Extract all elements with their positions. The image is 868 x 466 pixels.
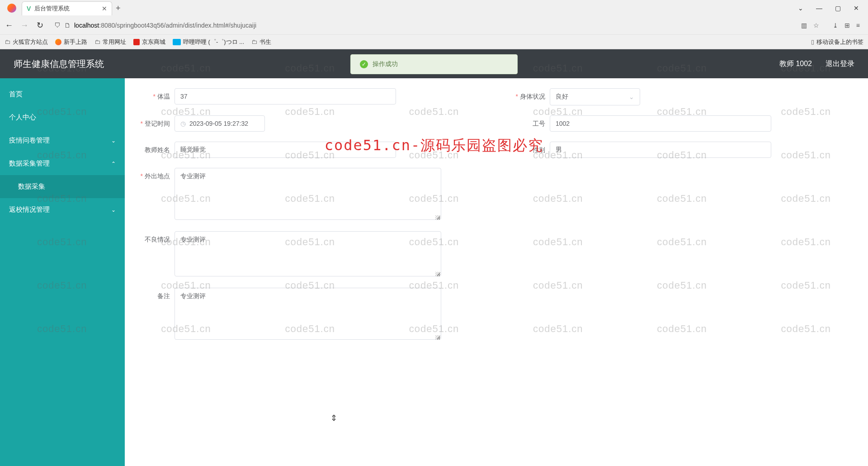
empno-input[interactable] — [550, 115, 771, 132]
reader-icon[interactable]: ▥ — [801, 22, 807, 29]
firefox-logo-icon — [7, 4, 16, 13]
cursor-icon: ⇕ — [330, 413, 337, 423]
bookmark-item[interactable]: 京东商城 — [133, 38, 165, 46]
chevron-down-icon[interactable]: ⌄ — [798, 5, 803, 12]
logout-link[interactable]: 退出登录 — [826, 59, 854, 69]
label-teacher-name: 教师姓名 — [134, 142, 175, 154]
temperature-input[interactable] — [175, 88, 396, 105]
firefox-icon — [55, 39, 61, 45]
tab-bar: V 后台管理系统 ✕ + ⌄ — ▢ ✕ — [0, 0, 868, 16]
download-icon[interactable]: ⤓ — [833, 22, 838, 29]
clock-icon: ◷ — [180, 120, 186, 127]
mobile-icon: ▯ — [811, 38, 814, 45]
toolbar-extensions: ⤓ ⊞ ≡ — [828, 22, 864, 29]
bookmark-item[interactable]: 🗀常用网址 — [94, 38, 126, 46]
toast-text: 操作成功 — [373, 60, 398, 68]
bookmark-mobile[interactable]: ▯移动设备上的书签 — [811, 38, 863, 46]
bookmark-item[interactable]: 新手上路 — [55, 38, 87, 46]
minimize-icon[interactable]: — — [816, 5, 822, 12]
label-regtime: 登记时间 — [134, 115, 175, 128]
chevron-up-icon: ⌃ — [111, 161, 116, 167]
success-toast: ✓ 操作成功 — [350, 54, 518, 74]
label-bad: 不良情况 — [134, 231, 175, 244]
label-remark: 备注 — [134, 288, 175, 300]
label-outplace: 外出地点 — [134, 168, 175, 181]
window-controls: ⌄ — ▢ ✕ — [798, 5, 864, 12]
browser-chrome: V 后台管理系统 ✕ + ⌄ — ▢ ✕ ← → ↻ ⛉ 🗋 localhost… — [0, 0, 868, 49]
back-button[interactable]: ← — [4, 21, 14, 30]
outplace-textarea[interactable] — [175, 168, 441, 220]
new-tab-button[interactable]: + — [116, 4, 121, 13]
label-temperature: 体温 — [134, 88, 175, 101]
menu-icon[interactable]: ≡ — [856, 22, 860, 29]
browser-tab[interactable]: V 后台管理系统 ✕ — [22, 1, 112, 15]
shield-icon: ⛉ — [54, 22, 61, 29]
bookmark-item[interactable]: 🗀书生 — [251, 38, 271, 46]
condition-select[interactable]: 良好 ⌄ — [550, 88, 640, 105]
vue-icon: V — [27, 5, 31, 12]
bookmark-item[interactable]: 🗀火狐官方站点 — [5, 38, 48, 46]
jd-icon — [133, 39, 140, 45]
url-actions: ▥ ☆ — [801, 22, 824, 29]
address-bar: ← → ↻ ⛉ 🗋 localhost:8080/springboot43q56… — [0, 16, 868, 34]
teacher-name-input[interactable] — [175, 142, 396, 158]
maximize-icon[interactable]: ▢ — [835, 5, 841, 12]
user-label[interactable]: 教师 1002 — [779, 59, 812, 69]
reload-button[interactable]: ↻ — [34, 20, 45, 30]
chevron-down-icon: ⌄ — [111, 138, 116, 144]
bookmarks-bar: 🗀火狐官方站点 新手上路 🗀常用网址 京东商城 哔哩哔哩 (゜-゜)つロ ...… — [0, 34, 868, 49]
sidebar-item-questionnaire[interactable]: 疫情问卷管理⌄ — [0, 129, 125, 152]
sidebar-item-personal[interactable]: 个人中心 — [0, 106, 125, 129]
sidebar-item-data-mgmt[interactable]: 数据采集管理⌃ — [0, 152, 125, 175]
label-empno: 工号 — [509, 115, 550, 128]
bilibili-icon — [173, 39, 181, 45]
close-window-icon[interactable]: ✕ — [854, 5, 859, 12]
sidebar-item-return-mgmt[interactable]: 返校情况管理⌄ — [0, 198, 125, 221]
folder-icon: 🗀 — [94, 38, 100, 45]
bookmark-star-icon[interactable]: ☆ — [813, 22, 819, 29]
lock-icon: 🗋 — [64, 22, 71, 29]
label-gender: 性别 — [509, 142, 550, 154]
sidebar: 首页 个人中心 疫情问卷管理⌄ 数据采集管理⌃ 数据采集 返校情况管理⌄ — [0, 78, 125, 466]
chevron-down-icon: ⌄ — [111, 207, 116, 213]
url-text: localhost:8080/springboot43q56/admin/dis… — [74, 22, 256, 29]
app-title: 师生健康信息管理系统 — [14, 58, 104, 70]
label-condition: 身体状况 — [509, 88, 550, 101]
tab-title: 后台管理系统 — [34, 5, 98, 13]
check-icon: ✓ — [360, 60, 368, 68]
folder-icon: 🗀 — [5, 38, 10, 45]
close-icon[interactable]: ✕ — [102, 5, 107, 12]
regtime-input[interactable]: ◷ 2023-09-05 19:27:32 — [175, 115, 265, 132]
url-input[interactable]: ⛉ 🗋 localhost:8080/springboot43q56/admin… — [50, 22, 797, 29]
form-content: 体温 身体状况 良好 ⌄ 登记时间 ◷ 2023-09-05 19:27:32 — [125, 78, 868, 466]
sidebar-item-home[interactable]: 首页 — [0, 83, 125, 106]
sidebar-item-data-collect[interactable]: 数据采集 — [0, 175, 125, 198]
bad-textarea[interactable] — [175, 231, 441, 276]
chevron-down-icon: ⌄ — [629, 93, 634, 100]
remark-textarea[interactable] — [175, 288, 441, 340]
forward-button: → — [19, 21, 30, 30]
folder-icon: 🗀 — [251, 38, 257, 45]
extensions-icon[interactable]: ⊞ — [844, 22, 850, 29]
bookmark-item[interactable]: 哔哩哔哩 (゜-゜)つロ ... — [173, 38, 244, 46]
gender-input[interactable] — [550, 142, 771, 158]
